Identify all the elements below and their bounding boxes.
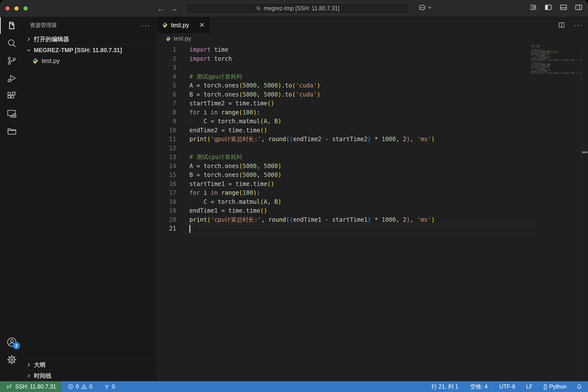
code-line[interactable] <box>190 63 435 72</box>
search-text: megrez-tmp [SSH: 11.80.7.31] <box>264 5 340 12</box>
line-number: 5 <box>157 81 176 90</box>
toggle-primary-sidebar-icon[interactable] <box>544 4 552 11</box>
section-outline[interactable]: 大纲 <box>24 359 157 370</box>
chevron-down-icon <box>428 6 432 10</box>
code-line[interactable]: print('gpu计算总时长:', round((endTime2 - sta… <box>190 135 435 144</box>
code-line[interactable]: startTime2 = time.time() <box>190 99 435 108</box>
language-mode[interactable]: {} Python <box>540 384 570 390</box>
sidebar-item-remote-explorer[interactable] <box>0 105 24 122</box>
python-file-icon <box>166 36 171 41</box>
close-window-button[interactable] <box>6 6 10 10</box>
source-control-icon <box>6 55 17 66</box>
code-line[interactable]: import time <box>190 45 435 54</box>
code-line[interactable]: # 测试cpu计算耗时 <box>190 153 435 162</box>
copilot-menu[interactable] <box>418 4 432 12</box>
code-line[interactable]: C = torch.matmul(A, B) <box>190 117 435 126</box>
section-label: 大纲 <box>34 361 46 369</box>
line-number: 16 <box>157 180 176 189</box>
code-line[interactable] <box>190 224 435 233</box>
forward-arrow-icon[interactable]: → <box>169 4 179 13</box>
code-line[interactable]: A = torch.ones(5000, 5000).to('cuda') <box>190 81 435 90</box>
sidebar-item-explorer[interactable] <box>0 17 24 34</box>
code-line[interactable] <box>190 144 435 153</box>
chevron-right-icon <box>26 36 31 42</box>
code-line[interactable]: endTime1 = time.time() <box>190 206 435 215</box>
breadcrumb[interactable]: test.py <box>157 33 588 44</box>
error-count: 0 <box>76 384 79 390</box>
code-line[interactable]: B = torch.ones(5000, 5000) <box>190 170 435 180</box>
ports-indicator[interactable]: 0 <box>100 384 118 390</box>
code-line[interactable]: for i in range(100): <box>190 188 435 198</box>
code-line[interactable]: C = torch.matmul(A, B) <box>190 198 435 206</box>
back-arrow-icon[interactable]: ← <box>156 4 166 13</box>
sidebar-more-actions[interactable]: ··· <box>141 21 151 30</box>
editor-more-actions-icon[interactable]: ··· <box>574 21 583 29</box>
code-line <box>531 74 582 76</box>
customize-layout-icon[interactable] <box>530 4 537 11</box>
cursor-position[interactable]: 行 21, 列 1 <box>428 383 462 390</box>
line-number: 15 <box>157 170 176 180</box>
line-number: 20 <box>157 215 176 224</box>
sidebar-item-extensions[interactable] <box>0 87 24 105</box>
minimap-content[interactable]: import timeimport torch# 测试gpu计算耗时A = to… <box>529 45 582 76</box>
error-icon <box>68 384 74 390</box>
sidebar-item-folder[interactable] <box>0 122 24 140</box>
minimize-window-button[interactable] <box>14 6 18 10</box>
code-line[interactable]: print('cpu计算总时长:', round((endTime1 - sta… <box>190 215 435 224</box>
code-line[interactable]: startTime1 = time.time() <box>190 180 435 189</box>
code-line[interactable]: A = torch.ones(5000, 5000) <box>190 162 435 171</box>
accounts-badge: 2 <box>13 342 20 349</box>
text-cursor <box>190 225 190 233</box>
sidebar-title: 资源管理器 <box>30 22 57 29</box>
editor-group: test.py ✕ ··· test.py 123456789101112131… <box>157 17 588 381</box>
section-workspace[interactable]: MEGREZ-TMP [SSH: 11.80.7.31] <box>24 44 157 56</box>
sidebar-item-run-and-debug[interactable] <box>0 70 24 87</box>
status-bar: SSH: 11.80.7.31 0 0 0 行 21, 列 1 空格: 4 UT… <box>0 381 588 392</box>
line-number: 21 <box>157 224 176 233</box>
line-number: 13 <box>157 153 176 162</box>
problems-indicator[interactable]: 0 0 <box>64 384 96 390</box>
activity-bar: 2 <box>0 17 24 381</box>
code-line[interactable]: B = torch.ones(5000, 5000).to('cuda') <box>190 90 435 99</box>
section-timeline[interactable]: 时间线 <box>24 370 157 381</box>
file-name: test.py <box>42 57 60 64</box>
command-center-search[interactable]: megrez-tmp [SSH: 11.80.7.31] <box>186 3 409 14</box>
section-open-editors[interactable]: 打开的编辑器 <box>24 34 157 44</box>
breadcrumb-item: test.py <box>174 35 191 42</box>
code-line[interactable]: for i in range(100): <box>190 108 435 117</box>
zoom-window-button[interactable] <box>24 6 28 10</box>
toggle-secondary-sidebar-icon[interactable] <box>575 4 582 11</box>
line-number: 1 <box>157 45 176 54</box>
line-number: 10 <box>157 126 176 135</box>
indentation[interactable]: 空格: 4 <box>466 383 491 390</box>
eol-sequence[interactable]: LF <box>522 384 536 390</box>
close-tab-icon[interactable]: ✕ <box>199 21 204 29</box>
sidebar-item-source-control[interactable] <box>0 52 24 70</box>
remote-icon <box>6 384 12 390</box>
notifications-bell[interactable] <box>572 384 586 390</box>
file-item-testpy[interactable]: test.py <box>24 56 157 66</box>
code-line[interactable]: endTime2 = time.time() <box>190 126 435 135</box>
code-editor[interactable]: 123456789101112131415161718192021 import… <box>157 44 588 381</box>
tab-testpy[interactable]: test.py ✕ <box>157 17 210 33</box>
settings-button[interactable] <box>0 351 24 368</box>
braces-icon: {} <box>544 384 547 390</box>
toggle-panel-icon[interactable] <box>560 4 568 11</box>
split-editor-icon[interactable] <box>558 21 565 29</box>
sidebar-item-search[interactable] <box>0 34 24 52</box>
remote-explorer-icon <box>6 108 17 119</box>
bell-icon <box>576 384 582 390</box>
line-number: 19 <box>157 206 176 215</box>
accounts-button[interactable]: 2 <box>0 333 24 351</box>
line-number: 3 <box>157 63 176 72</box>
encoding[interactable]: UTF-8 <box>496 384 519 390</box>
title-bar: ← → megrez-tmp [SSH: 11.80.7.31] <box>0 0 588 17</box>
line-number: 7 <box>157 99 176 108</box>
warning-count: 0 <box>89 384 92 390</box>
code-line[interactable]: import torch <box>190 54 435 64</box>
line-number: 4 <box>157 72 176 81</box>
remote-indicator[interactable]: SSH: 11.80.7.31 <box>0 381 62 392</box>
line-number: 12 <box>157 144 176 153</box>
section-label: 时间线 <box>34 372 52 380</box>
code-line[interactable]: # 测试gpu计算耗时 <box>190 72 435 81</box>
